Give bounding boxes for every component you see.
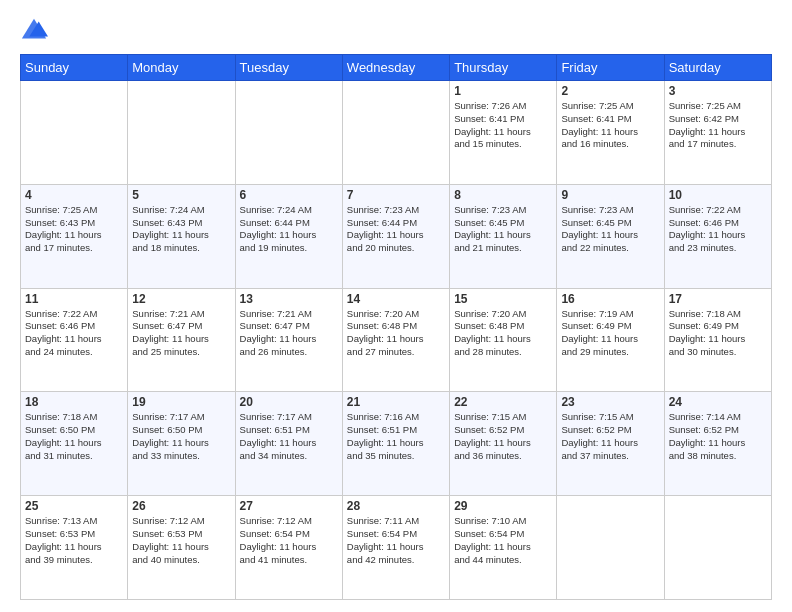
calendar-cell: 3Sunrise: 7:25 AM Sunset: 6:42 PM Daylig… <box>664 81 771 185</box>
day-number: 3 <box>669 84 767 98</box>
calendar-cell: 2Sunrise: 7:25 AM Sunset: 6:41 PM Daylig… <box>557 81 664 185</box>
cell-info: Sunrise: 7:10 AM Sunset: 6:54 PM Dayligh… <box>454 515 552 566</box>
calendar-week-0: 1Sunrise: 7:26 AM Sunset: 6:41 PM Daylig… <box>21 81 772 185</box>
cell-info: Sunrise: 7:25 AM Sunset: 6:41 PM Dayligh… <box>561 100 659 151</box>
cell-info: Sunrise: 7:17 AM Sunset: 6:51 PM Dayligh… <box>240 411 338 462</box>
calendar-cell: 12Sunrise: 7:21 AM Sunset: 6:47 PM Dayli… <box>128 288 235 392</box>
calendar-week-1: 4Sunrise: 7:25 AM Sunset: 6:43 PM Daylig… <box>21 184 772 288</box>
calendar-cell <box>664 496 771 600</box>
day-number: 4 <box>25 188 123 202</box>
calendar-week-4: 25Sunrise: 7:13 AM Sunset: 6:53 PM Dayli… <box>21 496 772 600</box>
calendar-cell: 8Sunrise: 7:23 AM Sunset: 6:45 PM Daylig… <box>450 184 557 288</box>
cell-info: Sunrise: 7:19 AM Sunset: 6:49 PM Dayligh… <box>561 308 659 359</box>
weekday-header-thursday: Thursday <box>450 55 557 81</box>
cell-info: Sunrise: 7:15 AM Sunset: 6:52 PM Dayligh… <box>454 411 552 462</box>
calendar-cell: 15Sunrise: 7:20 AM Sunset: 6:48 PM Dayli… <box>450 288 557 392</box>
calendar-week-3: 18Sunrise: 7:18 AM Sunset: 6:50 PM Dayli… <box>21 392 772 496</box>
logo <box>20 16 52 44</box>
day-number: 14 <box>347 292 445 306</box>
calendar-cell <box>235 81 342 185</box>
calendar-cell: 25Sunrise: 7:13 AM Sunset: 6:53 PM Dayli… <box>21 496 128 600</box>
day-number: 29 <box>454 499 552 513</box>
calendar-cell: 10Sunrise: 7:22 AM Sunset: 6:46 PM Dayli… <box>664 184 771 288</box>
cell-info: Sunrise: 7:20 AM Sunset: 6:48 PM Dayligh… <box>454 308 552 359</box>
cell-info: Sunrise: 7:25 AM Sunset: 6:42 PM Dayligh… <box>669 100 767 151</box>
cell-info: Sunrise: 7:18 AM Sunset: 6:49 PM Dayligh… <box>669 308 767 359</box>
calendar-cell: 5Sunrise: 7:24 AM Sunset: 6:43 PM Daylig… <box>128 184 235 288</box>
weekday-header-friday: Friday <box>557 55 664 81</box>
calendar-cell: 17Sunrise: 7:18 AM Sunset: 6:49 PM Dayli… <box>664 288 771 392</box>
calendar-cell: 29Sunrise: 7:10 AM Sunset: 6:54 PM Dayli… <box>450 496 557 600</box>
calendar-cell: 1Sunrise: 7:26 AM Sunset: 6:41 PM Daylig… <box>450 81 557 185</box>
cell-info: Sunrise: 7:23 AM Sunset: 6:44 PM Dayligh… <box>347 204 445 255</box>
day-number: 25 <box>25 499 123 513</box>
day-number: 8 <box>454 188 552 202</box>
page: SundayMondayTuesdayWednesdayThursdayFrid… <box>0 0 792 612</box>
calendar-cell <box>128 81 235 185</box>
logo-icon <box>20 16 48 44</box>
cell-info: Sunrise: 7:23 AM Sunset: 6:45 PM Dayligh… <box>454 204 552 255</box>
calendar-cell: 24Sunrise: 7:14 AM Sunset: 6:52 PM Dayli… <box>664 392 771 496</box>
weekday-header-wednesday: Wednesday <box>342 55 449 81</box>
calendar-header: SundayMondayTuesdayWednesdayThursdayFrid… <box>21 55 772 81</box>
day-number: 20 <box>240 395 338 409</box>
cell-info: Sunrise: 7:23 AM Sunset: 6:45 PM Dayligh… <box>561 204 659 255</box>
cell-info: Sunrise: 7:22 AM Sunset: 6:46 PM Dayligh… <box>25 308 123 359</box>
calendar-week-2: 11Sunrise: 7:22 AM Sunset: 6:46 PM Dayli… <box>21 288 772 392</box>
calendar-cell <box>21 81 128 185</box>
cell-info: Sunrise: 7:12 AM Sunset: 6:54 PM Dayligh… <box>240 515 338 566</box>
calendar-cell: 7Sunrise: 7:23 AM Sunset: 6:44 PM Daylig… <box>342 184 449 288</box>
day-number: 15 <box>454 292 552 306</box>
calendar-body: 1Sunrise: 7:26 AM Sunset: 6:41 PM Daylig… <box>21 81 772 600</box>
day-number: 2 <box>561 84 659 98</box>
calendar-cell: 27Sunrise: 7:12 AM Sunset: 6:54 PM Dayli… <box>235 496 342 600</box>
day-number: 16 <box>561 292 659 306</box>
day-number: 7 <box>347 188 445 202</box>
day-number: 23 <box>561 395 659 409</box>
day-number: 22 <box>454 395 552 409</box>
day-number: 17 <box>669 292 767 306</box>
calendar-cell: 26Sunrise: 7:12 AM Sunset: 6:53 PM Dayli… <box>128 496 235 600</box>
weekday-header-tuesday: Tuesday <box>235 55 342 81</box>
calendar-cell <box>557 496 664 600</box>
day-number: 19 <box>132 395 230 409</box>
cell-info: Sunrise: 7:25 AM Sunset: 6:43 PM Dayligh… <box>25 204 123 255</box>
day-number: 1 <box>454 84 552 98</box>
calendar-cell: 28Sunrise: 7:11 AM Sunset: 6:54 PM Dayli… <box>342 496 449 600</box>
calendar-cell: 9Sunrise: 7:23 AM Sunset: 6:45 PM Daylig… <box>557 184 664 288</box>
weekday-header-monday: Monday <box>128 55 235 81</box>
calendar-cell: 4Sunrise: 7:25 AM Sunset: 6:43 PM Daylig… <box>21 184 128 288</box>
day-number: 26 <box>132 499 230 513</box>
day-number: 9 <box>561 188 659 202</box>
cell-info: Sunrise: 7:12 AM Sunset: 6:53 PM Dayligh… <box>132 515 230 566</box>
cell-info: Sunrise: 7:14 AM Sunset: 6:52 PM Dayligh… <box>669 411 767 462</box>
calendar-cell: 16Sunrise: 7:19 AM Sunset: 6:49 PM Dayli… <box>557 288 664 392</box>
cell-info: Sunrise: 7:15 AM Sunset: 6:52 PM Dayligh… <box>561 411 659 462</box>
day-number: 21 <box>347 395 445 409</box>
calendar-table: SundayMondayTuesdayWednesdayThursdayFrid… <box>20 54 772 600</box>
day-number: 12 <box>132 292 230 306</box>
day-number: 5 <box>132 188 230 202</box>
day-number: 27 <box>240 499 338 513</box>
calendar-cell: 6Sunrise: 7:24 AM Sunset: 6:44 PM Daylig… <box>235 184 342 288</box>
cell-info: Sunrise: 7:16 AM Sunset: 6:51 PM Dayligh… <box>347 411 445 462</box>
cell-info: Sunrise: 7:17 AM Sunset: 6:50 PM Dayligh… <box>132 411 230 462</box>
calendar-cell: 19Sunrise: 7:17 AM Sunset: 6:50 PM Dayli… <box>128 392 235 496</box>
day-number: 13 <box>240 292 338 306</box>
calendar-cell: 21Sunrise: 7:16 AM Sunset: 6:51 PM Dayli… <box>342 392 449 496</box>
day-number: 10 <box>669 188 767 202</box>
calendar-cell: 11Sunrise: 7:22 AM Sunset: 6:46 PM Dayli… <box>21 288 128 392</box>
cell-info: Sunrise: 7:11 AM Sunset: 6:54 PM Dayligh… <box>347 515 445 566</box>
header <box>20 16 772 44</box>
day-number: 24 <box>669 395 767 409</box>
weekday-header-saturday: Saturday <box>664 55 771 81</box>
calendar-cell: 23Sunrise: 7:15 AM Sunset: 6:52 PM Dayli… <box>557 392 664 496</box>
cell-info: Sunrise: 7:22 AM Sunset: 6:46 PM Dayligh… <box>669 204 767 255</box>
cell-info: Sunrise: 7:24 AM Sunset: 6:44 PM Dayligh… <box>240 204 338 255</box>
cell-info: Sunrise: 7:20 AM Sunset: 6:48 PM Dayligh… <box>347 308 445 359</box>
calendar-cell: 18Sunrise: 7:18 AM Sunset: 6:50 PM Dayli… <box>21 392 128 496</box>
calendar-cell: 22Sunrise: 7:15 AM Sunset: 6:52 PM Dayli… <box>450 392 557 496</box>
day-number: 18 <box>25 395 123 409</box>
cell-info: Sunrise: 7:21 AM Sunset: 6:47 PM Dayligh… <box>132 308 230 359</box>
cell-info: Sunrise: 7:18 AM Sunset: 6:50 PM Dayligh… <box>25 411 123 462</box>
